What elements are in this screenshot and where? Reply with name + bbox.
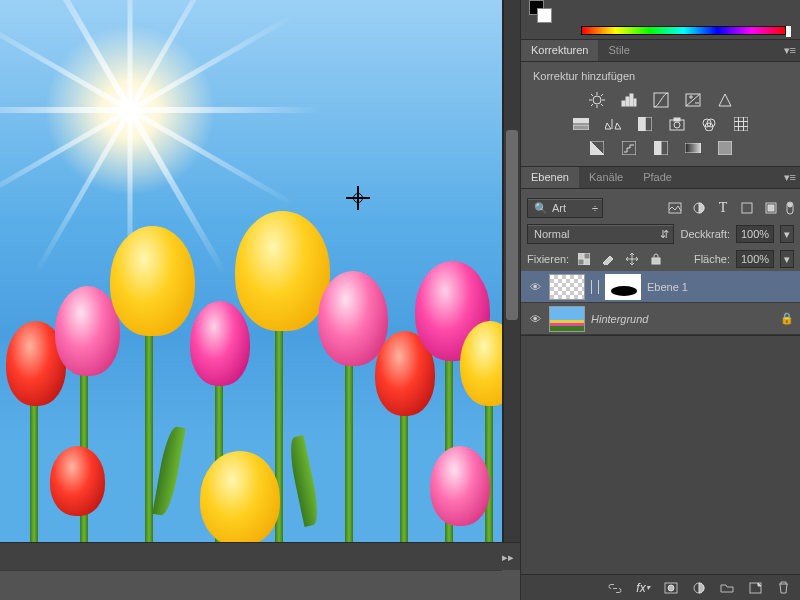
lock-all-icon[interactable] <box>647 251 665 267</box>
blend-mode-value: Normal <box>534 228 569 240</box>
visibility-toggle-icon[interactable]: 👁 <box>527 313 543 325</box>
layer-thumbnail[interactable] <box>549 274 585 300</box>
hue-strip[interactable] <box>581 26 786 35</box>
tab-ebenen[interactable]: Ebenen <box>521 167 579 188</box>
layer-name[interactable]: Hintergrund <box>591 313 774 325</box>
svg-point-12 <box>674 122 680 128</box>
layer-new-icon[interactable] <box>747 580 763 596</box>
svg-rect-13 <box>674 118 680 121</box>
vertical-scrollbar[interactable] <box>504 0 520 556</box>
layer-mask-thumbnail[interactable] <box>605 274 641 300</box>
layer-filter-label: Art <box>552 202 566 214</box>
fx-icon[interactable]: fx▾ <box>635 580 651 596</box>
fill-dropdown[interactable]: ▾ <box>780 250 794 268</box>
lock-label: Fixieren: <box>527 253 569 265</box>
brightness-contrast-icon[interactable] <box>588 92 606 108</box>
svg-rect-17 <box>734 117 748 131</box>
svg-rect-22 <box>685 143 701 153</box>
layers-panel: Ebenen Kanäle Pfade ▾≡ 🔍 Art ÷ T <box>521 167 800 336</box>
search-icon: 🔍 <box>534 202 548 215</box>
svg-rect-23 <box>718 141 732 155</box>
lock-paint-icon[interactable] <box>599 251 617 267</box>
crosshair-cursor-icon <box>346 186 370 210</box>
vibrance-icon[interactable] <box>716 92 734 108</box>
layer-row[interactable]: 👁 Ebene 1 <box>521 271 800 303</box>
panel-menu-icon[interactable]: ▾≡ <box>784 44 796 57</box>
document-workspace: ▸▸ <box>0 0 520 570</box>
posterize-icon[interactable] <box>620 140 638 156</box>
trash-icon[interactable] <box>775 580 791 596</box>
blend-mode-select[interactable]: Normal ⇵ <box>527 224 674 244</box>
svg-rect-8 <box>573 125 589 130</box>
lock-transparent-icon[interactable] <box>575 251 593 267</box>
filter-adjust-icon[interactable] <box>690 200 708 216</box>
canvas[interactable] <box>0 0 502 556</box>
curves-icon[interactable] <box>652 92 670 108</box>
tab-stile[interactable]: Stile <box>598 40 639 61</box>
right-panel-stack: Korrekturen Stile ▾≡ Korrektur hinzufüge… <box>520 0 800 600</box>
fill-label: Fläche: <box>694 253 730 265</box>
canvas-sun-image <box>30 10 230 210</box>
selective-color-icon[interactable] <box>716 140 734 156</box>
photo-filter-icon[interactable] <box>668 116 686 132</box>
filter-smart-icon[interactable] <box>762 200 780 216</box>
svg-rect-4 <box>634 99 636 106</box>
layer-thumbnail[interactable] <box>549 306 585 332</box>
group-new-icon[interactable] <box>719 580 735 596</box>
adjustments-panel: Korrekturen Stile ▾≡ Korrektur hinzufüge… <box>521 40 800 167</box>
canvas-tulips-image <box>0 246 502 556</box>
invert-icon[interactable] <box>588 140 606 156</box>
adjustment-add-icon[interactable] <box>691 580 707 596</box>
svg-rect-28 <box>768 205 774 211</box>
panel-menu-icon[interactable]: ▾≡ <box>784 171 796 184</box>
mask-add-icon[interactable] <box>663 580 679 596</box>
opacity-dropdown[interactable]: ▾ <box>780 225 794 243</box>
svg-rect-34 <box>652 258 660 264</box>
svg-rect-3 <box>630 94 633 106</box>
layers-toolbar: fx▾ <box>521 574 800 600</box>
svg-rect-7 <box>573 118 589 123</box>
layer-row[interactable]: 👁 Hintergrund 🔒 <box>521 303 800 335</box>
color-balance-icon[interactable] <box>604 116 622 132</box>
lut-icon[interactable] <box>732 116 750 132</box>
filter-type-icon[interactable]: T <box>714 200 732 216</box>
gradient-map-icon[interactable] <box>684 140 702 156</box>
svg-rect-21 <box>654 141 661 155</box>
filter-pixel-icon[interactable] <box>666 200 684 216</box>
lock-move-icon[interactable] <box>623 251 641 267</box>
tab-pfade[interactable]: Pfade <box>633 167 682 188</box>
channel-mixer-icon[interactable] <box>700 116 718 132</box>
adjustments-header: Korrektur hinzufügen <box>529 68 792 88</box>
color-panel <box>521 0 800 40</box>
tab-kanaele[interactable]: Kanäle <box>579 167 633 188</box>
tab-korrekturen[interactable]: Korrekturen <box>521 40 598 61</box>
fill-value[interactable]: 100% <box>736 250 774 268</box>
svg-point-36 <box>668 585 674 591</box>
layers-list: 👁 Ebene 1 👁 Hintergrund 🔒 <box>521 271 800 335</box>
svg-rect-2 <box>626 97 629 106</box>
lock-icon: 🔒 <box>780 312 794 325</box>
layer-filter-type[interactable]: 🔍 Art ÷ <box>527 198 603 218</box>
svg-rect-9 <box>638 117 645 131</box>
exposure-icon[interactable] <box>684 92 702 108</box>
svg-point-0 <box>593 96 601 104</box>
svg-point-30 <box>788 203 792 207</box>
status-bar: ▸▸ <box>0 542 520 570</box>
hue-sat-icon[interactable] <box>572 116 590 132</box>
svg-rect-32 <box>578 253 584 259</box>
svg-rect-10 <box>645 117 652 131</box>
fg-bg-swatches[interactable] <box>529 0 555 26</box>
scrollbar-thumb[interactable] <box>506 130 518 320</box>
chevron-down-icon: ÷ <box>592 202 598 214</box>
layer-mask-link-icon[interactable] <box>591 280 599 294</box>
opacity-value[interactable]: 100% <box>736 225 774 243</box>
levels-icon[interactable] <box>620 92 638 108</box>
layer-name[interactable]: Ebene 1 <box>647 281 794 293</box>
link-icon[interactable] <box>607 580 623 596</box>
status-expand-icon[interactable]: ▸▸ <box>502 551 514 564</box>
filter-shape-icon[interactable] <box>738 200 756 216</box>
threshold-icon[interactable] <box>652 140 670 156</box>
visibility-toggle-icon[interactable]: 👁 <box>527 281 543 293</box>
filter-toggle-icon[interactable] <box>786 200 794 216</box>
bw-icon[interactable] <box>636 116 654 132</box>
